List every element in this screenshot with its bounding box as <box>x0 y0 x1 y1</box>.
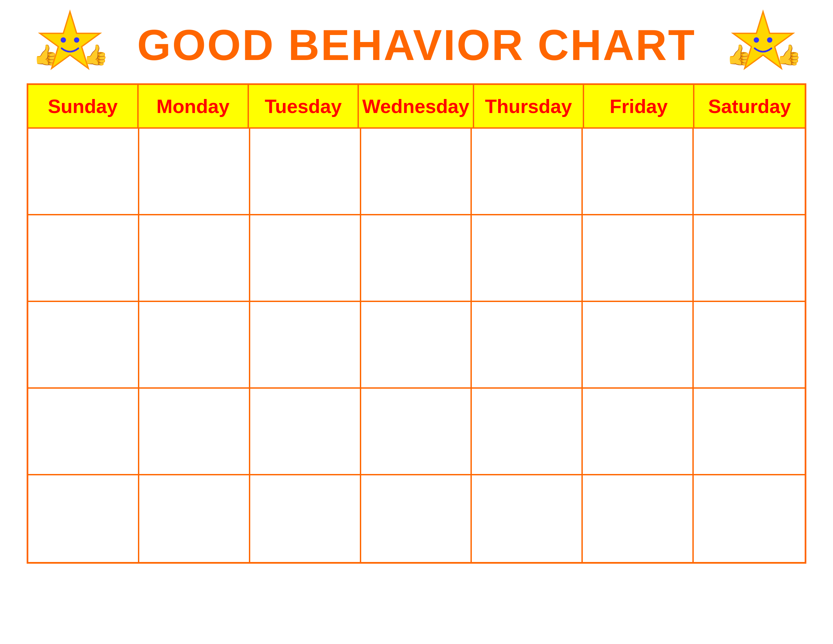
day-header-saturday: Saturday <box>695 85 805 127</box>
grid-cell <box>694 389 805 474</box>
svg-text:👍: 👍 <box>776 43 800 67</box>
grid-row <box>28 129 805 215</box>
grid-cell <box>361 475 472 562</box>
grid-cell <box>28 302 139 387</box>
grid-cell <box>28 475 139 562</box>
day-header-wednesday: Wednesday <box>359 85 474 127</box>
svg-point-8 <box>767 37 772 43</box>
grid-cell <box>139 475 250 562</box>
star-icon-right: 👍 👍 <box>726 8 800 82</box>
grid-cell <box>139 389 250 474</box>
grid-row <box>28 302 805 389</box>
grid-cell <box>250 302 361 387</box>
grid-cell <box>694 129 805 214</box>
grid-cell <box>583 389 694 474</box>
grid-cell <box>361 302 472 387</box>
days-header-row: SundayMondayTuesdayWednesdayThursdayFrid… <box>28 85 805 129</box>
grid-cell <box>694 475 805 562</box>
grid-cell <box>361 389 472 474</box>
star-icon-left: 👍 👍 <box>33 8 107 82</box>
grid-row <box>28 389 805 475</box>
day-header-tuesday: Tuesday <box>249 85 359 127</box>
grid-cell <box>28 129 139 214</box>
grid-row <box>28 215 805 302</box>
svg-point-7 <box>754 37 759 43</box>
page-title: GOOD BEHAVIOR CHART <box>27 20 806 70</box>
day-header-thursday: Thursday <box>474 85 584 127</box>
grid-cell <box>583 215 694 301</box>
grid-cell <box>361 129 472 214</box>
grid-cell <box>139 129 250 214</box>
grid-cell <box>250 475 361 562</box>
grid-cell <box>361 215 472 301</box>
grid-cell <box>139 302 250 387</box>
grid-cell <box>694 302 805 387</box>
grid-cell <box>472 129 583 214</box>
day-header-sunday: Sunday <box>28 85 138 127</box>
grid-cell <box>472 475 583 562</box>
page-header: 👍 👍 GOOD BEHAVIOR CHART 👍 👍 <box>27 20 806 70</box>
grid-cell <box>250 129 361 214</box>
grid-row <box>28 475 805 562</box>
day-header-monday: Monday <box>138 85 249 127</box>
svg-text:👍: 👍 <box>83 43 107 67</box>
grid-cell <box>583 475 694 562</box>
grid-cell <box>472 302 583 387</box>
grid-cell <box>472 215 583 301</box>
grid-cell <box>28 389 139 474</box>
grid-cell <box>28 215 139 301</box>
svg-point-2 <box>61 37 66 43</box>
grid-cell <box>250 215 361 301</box>
day-header-friday: Friday <box>584 85 695 127</box>
grid-cell <box>472 389 583 474</box>
chart-grid <box>28 129 805 562</box>
behavior-chart: SundayMondayTuesdayWednesdayThursdayFrid… <box>27 83 806 564</box>
grid-cell <box>694 215 805 301</box>
grid-cell <box>583 129 694 214</box>
grid-cell <box>583 302 694 387</box>
svg-point-3 <box>74 37 79 43</box>
grid-cell <box>250 389 361 474</box>
grid-cell <box>139 215 250 301</box>
